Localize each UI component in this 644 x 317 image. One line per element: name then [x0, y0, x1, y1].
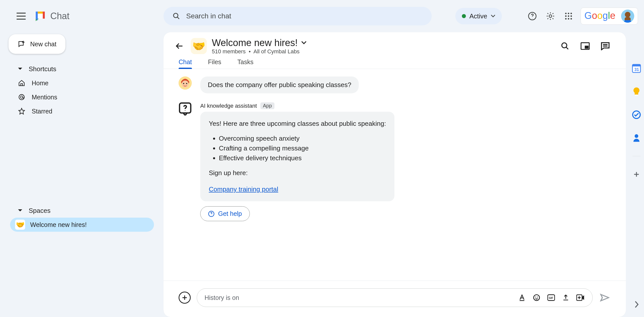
tab-tasks[interactable]: Tasks — [237, 55, 254, 69]
svg-point-31 — [537, 297, 538, 298]
svg-point-24 — [182, 81, 189, 88]
svg-point-5 — [549, 15, 552, 18]
user-message-avatar[interactable] — [179, 76, 192, 90]
chevron-down-icon — [18, 67, 23, 71]
svg-point-30 — [535, 297, 536, 298]
chevron-down-icon — [18, 209, 23, 212]
space-item-welcome[interactable]: 🤝 Welcome new hires! — [10, 218, 154, 232]
room-search-button[interactable] — [559, 41, 571, 52]
chevron-down-icon — [301, 41, 307, 45]
new-chat-button[interactable]: New chat — [9, 34, 65, 54]
svg-point-29 — [534, 295, 539, 300]
active-dot-icon — [462, 14, 466, 18]
bot-message-bubble: Yes! Here are three upcoming classes abo… — [200, 112, 394, 201]
svg-point-9 — [565, 15, 567, 17]
bot-name: AI knowledge assistant — [200, 103, 257, 109]
apps-button[interactable] — [562, 10, 575, 22]
main-menu-button[interactable] — [15, 10, 27, 22]
plus-icon — [181, 294, 188, 301]
get-help-button[interactable]: Get help — [200, 206, 250, 221]
shortcuts-header[interactable]: Shortcuts — [18, 62, 157, 76]
add-addon-button[interactable] — [631, 169, 641, 179]
list-item: Effective delivery techniques — [219, 153, 386, 163]
meet-button[interactable] — [576, 293, 585, 302]
new-chat-icon — [18, 40, 25, 48]
google-logo-icon: Google — [584, 11, 617, 22]
keep-app-button[interactable] — [631, 87, 641, 97]
svg-point-2 — [20, 96, 23, 98]
sidebar-item-label: Starred — [32, 108, 52, 115]
collapse-panel-button[interactable] — [631, 299, 641, 309]
user-message-bubble: Does the company offer public speaking c… — [200, 76, 359, 93]
chat-icon — [34, 10, 46, 22]
svg-rect-0 — [38, 14, 43, 19]
list-item: Crafting a compelling message — [219, 143, 386, 153]
user-avatar[interactable] — [621, 10, 634, 23]
tab-chat[interactable]: Chat — [179, 55, 192, 69]
at-icon — [18, 94, 26, 101]
sidebar-item-starred[interactable]: Starred — [18, 104, 157, 118]
app-name: Chat — [50, 11, 69, 21]
status-selector[interactable]: Active — [455, 8, 502, 24]
settings-button[interactable] — [544, 10, 556, 22]
message-row: AI knowledge assistant App Yes! Here are… — [179, 102, 611, 221]
room-emoji-icon: 🤝 — [191, 38, 207, 54]
bot-avatar-icon[interactable] — [179, 102, 192, 115]
chevron-down-icon — [491, 15, 495, 18]
search-icon — [173, 12, 180, 20]
svg-rect-36 — [632, 64, 640, 66]
status-label: Active — [469, 12, 487, 20]
room-subtitle: 510 members • All of Cymbal Labs — [212, 48, 307, 55]
emoji-button[interactable] — [532, 293, 541, 302]
composer-placeholder: History is on — [205, 294, 512, 301]
svg-point-10 — [568, 15, 569, 17]
svg-point-7 — [568, 13, 569, 14]
help-button[interactable] — [526, 10, 538, 22]
upload-button[interactable] — [561, 293, 570, 302]
tab-files[interactable]: Files — [208, 55, 221, 69]
calendar-app-button[interactable]: 31 — [631, 63, 641, 73]
spaces-header[interactable]: Spaces — [18, 204, 157, 218]
svg-point-26 — [186, 83, 187, 84]
send-button[interactable] — [599, 292, 611, 304]
gif-button[interactable]: GIF — [547, 293, 556, 302]
sidebar-item-mentions[interactable]: Mentions — [18, 90, 157, 104]
pip-button[interactable] — [580, 41, 591, 52]
search-placeholder: Search in chat — [186, 12, 231, 20]
svg-text:GIF: GIF — [549, 297, 553, 299]
account-switcher[interactable]: Google — [581, 8, 638, 25]
format-button[interactable] — [517, 293, 527, 302]
bot-header: AI knowledge assistant App — [200, 102, 394, 109]
svg-text:Google: Google — [584, 11, 615, 21]
list-item: Overcoming speech anxiety — [219, 134, 386, 143]
svg-point-12 — [565, 18, 567, 20]
svg-rect-22 — [585, 46, 589, 49]
room-title-button[interactable]: Welcome new hires! — [212, 37, 307, 48]
svg-point-6 — [565, 13, 567, 14]
svg-point-3 — [174, 13, 178, 18]
space-label: Welcome new hires! — [30, 221, 87, 228]
svg-point-20 — [562, 43, 567, 48]
sidebar-item-label: Mentions — [32, 94, 57, 101]
star-icon — [18, 108, 26, 115]
thread-button[interactable] — [600, 41, 611, 52]
svg-point-1 — [19, 95, 24, 100]
tasks-app-button[interactable] — [631, 110, 641, 120]
svg-text:31: 31 — [634, 67, 639, 72]
back-button[interactable] — [174, 40, 186, 52]
app-logo[interactable]: Chat — [34, 10, 69, 22]
add-attachment-button[interactable] — [179, 292, 191, 304]
new-chat-label: New chat — [30, 41, 56, 48]
message-composer[interactable]: History is on GIF — [197, 288, 593, 307]
svg-point-17 — [625, 12, 630, 17]
help-icon — [208, 211, 215, 217]
svg-rect-19 — [624, 20, 631, 23]
home-icon — [18, 80, 26, 87]
sidebar-item-home[interactable]: Home — [18, 76, 157, 90]
side-separator — [632, 156, 640, 156]
contacts-app-button[interactable] — [631, 133, 641, 143]
svg-point-25 — [183, 83, 184, 84]
training-portal-link[interactable]: Company training portal — [209, 185, 278, 193]
search-input[interactable]: Search in chat — [164, 7, 432, 25]
sidebar-item-label: Home — [32, 80, 49, 87]
